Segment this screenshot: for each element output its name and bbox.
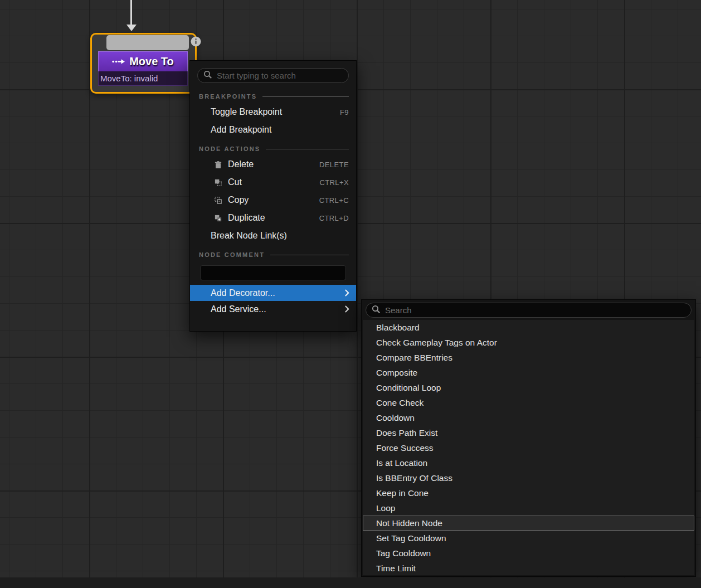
menu-item-toggle-breakpoint[interactable]: Toggle Breakpoint F9 bbox=[190, 103, 356, 121]
decorator-item-is-at-location[interactable]: Is at Location bbox=[363, 455, 694, 470]
parent-wire bbox=[130, 0, 132, 25]
node-comment-bubble[interactable] bbox=[106, 35, 189, 50]
menu-item-duplicate[interactable]: Duplicate CTRL+D bbox=[190, 209, 356, 227]
context-search-input[interactable] bbox=[217, 71, 343, 80]
context-menu-search[interactable] bbox=[197, 68, 349, 83]
submenu-chevron-icon bbox=[344, 289, 349, 297]
node-title: Move To bbox=[129, 55, 174, 68]
menu-item-add-breakpoint[interactable]: Add Breakpoint bbox=[190, 121, 356, 139]
decorator-list: Blackboard Check Gameplay Tags on Actor … bbox=[363, 320, 694, 575]
section-node-comment: NODE COMMENT bbox=[190, 245, 356, 261]
decorator-item-loop[interactable]: Loop bbox=[363, 500, 694, 516]
decorator-item-time-limit[interactable]: Time Limit bbox=[363, 561, 694, 575]
node-context-menu: BREAKPOINTS Toggle Breakpoint F9 Add Bre… bbox=[189, 60, 357, 332]
menu-item-copy[interactable]: Copy CTRL+C bbox=[190, 191, 356, 209]
duplicate-icon bbox=[213, 214, 223, 222]
add-decorator-submenu: Blackboard Check Gameplay Tags on Actor … bbox=[361, 299, 696, 577]
copy-icon bbox=[213, 196, 223, 205]
decorator-item-tag-cooldown[interactable]: Tag Cooldown bbox=[363, 546, 694, 561]
decorator-item-keep-in-cone[interactable]: Keep in Cone bbox=[363, 485, 694, 500]
menu-item-add-service[interactable]: Add Service... bbox=[190, 301, 356, 317]
search-icon bbox=[203, 70, 212, 81]
node-comment-field[interactable] bbox=[200, 265, 346, 280]
shortcut-label: CTRL+X bbox=[319, 178, 349, 187]
decorator-item-conditional-loop[interactable]: Conditional Loop bbox=[363, 380, 694, 395]
trash-icon bbox=[213, 161, 223, 169]
submenu-search-input[interactable] bbox=[385, 305, 685, 315]
menu-item-add-decorator[interactable]: Add Decorator... bbox=[190, 285, 356, 301]
wire-arrowhead-icon bbox=[126, 25, 137, 31]
decorator-item-compare-bbentries[interactable]: Compare BBEntries bbox=[363, 350, 694, 365]
search-icon bbox=[372, 305, 381, 316]
shortcut-label: DELETE bbox=[319, 161, 349, 169]
node-subtitle: MoveTo: invalid bbox=[100, 74, 158, 83]
submenu-chevron-icon bbox=[344, 305, 349, 313]
decorator-item-does-path-exist[interactable]: Does Path Exist bbox=[363, 425, 694, 440]
section-breakpoints: BREAKPOINTS bbox=[190, 86, 356, 103]
section-divider bbox=[270, 255, 349, 255]
task-arrow-icon bbox=[112, 57, 125, 67]
section-node-actions: NODE ACTIONS bbox=[190, 139, 356, 155]
node-comment-input[interactable] bbox=[205, 269, 341, 278]
decorator-item-force-success[interactable]: Force Success bbox=[363, 440, 694, 455]
cut-icon bbox=[213, 178, 223, 187]
menu-item-delete[interactable]: Delete DELETE bbox=[190, 155, 356, 173]
decorator-item-check-gameplay-tags[interactable]: Check Gameplay Tags on Actor bbox=[363, 335, 694, 350]
submenu-search[interactable] bbox=[366, 303, 692, 318]
shortcut-label: CTRL+D bbox=[319, 214, 349, 222]
section-divider bbox=[262, 96, 349, 97]
decorator-item-cone-check[interactable]: Cone Check bbox=[363, 395, 694, 410]
move-to-node-header[interactable]: Move To bbox=[98, 51, 188, 71]
section-divider bbox=[266, 149, 349, 149]
shortcut-label: F9 bbox=[340, 108, 349, 116]
decorator-item-not-hidden-node[interactable]: Not Hidden Node bbox=[363, 516, 694, 531]
decorator-item-blackboard[interactable]: Blackboard bbox=[363, 320, 694, 335]
decorator-item-composite[interactable]: Composite bbox=[363, 365, 694, 380]
viewport-bottom-edge bbox=[0, 577, 701, 588]
shortcut-label: CTRL+C bbox=[319, 196, 349, 205]
decorator-item-is-bbentry-of-class[interactable]: Is BBEntry Of Class bbox=[363, 470, 694, 485]
decorator-item-set-tag-cooldown[interactable]: Set Tag Cooldown bbox=[363, 531, 694, 546]
menu-item-cut[interactable]: Cut CTRL+X bbox=[190, 173, 356, 191]
move-to-node-description: MoveTo: invalid bbox=[98, 71, 188, 86]
menu-item-break-node-links[interactable]: Break Node Link(s) bbox=[190, 227, 356, 245]
node-info-badge-icon bbox=[191, 36, 201, 49]
decorator-item-cooldown[interactable]: Cooldown bbox=[363, 410, 694, 425]
